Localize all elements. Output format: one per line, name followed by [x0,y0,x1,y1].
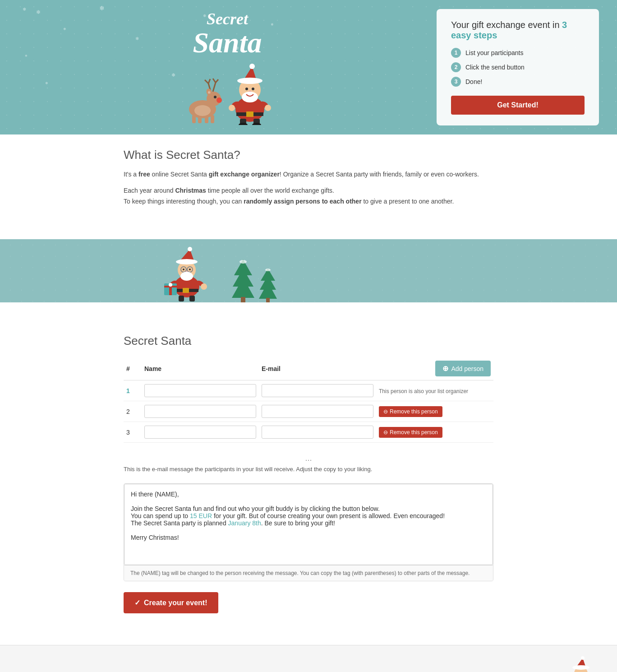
svg-point-15 [194,105,211,116]
more-dots: ... [124,451,493,466]
santa-divider [0,239,617,302]
date-link[interactable]: January 8th [228,519,261,527]
svg-line-6 [208,79,210,83]
email-line-1: Hi there (NAME), [131,491,486,498]
email-message-box: Hi there (NAME), Join the Secret Santa f… [124,484,493,565]
table-row: 3 ⊖ Remove this person [124,422,493,443]
row-3-name-cell [142,422,259,443]
row-1-name-cell [142,380,259,401]
pine-tree-left-icon [232,257,254,302]
step-1: 1 List your participants [451,48,585,58]
svg-rect-64 [241,297,245,302]
svg-point-76 [572,665,589,670]
create-event-button[interactable]: ✓ Create your event! [124,592,218,613]
row-1-email-cell [259,380,376,401]
svg-rect-18 [246,111,253,117]
get-started-button[interactable]: Get Started! [451,96,585,115]
hero-section: ❄ ❄ ❄ ❄ ❄ ❄ ❄ ❄ ❄ ❄ ❄ ❄ Secret Santa [0,0,617,134]
svg-point-46 [189,269,191,270]
svg-point-58 [169,283,172,287]
email-line-7: Merry Christmas! [131,534,486,541]
email-line-4: You can spend up to 15 EUR for your gift… [131,512,486,519]
row-2-name-cell [142,401,259,422]
svg-point-3 [214,96,216,98]
step-2-text: Click the send button [465,64,525,71]
steps-list: 1 List your participants 2 Click the sen… [451,48,585,87]
row-2-email-input[interactable] [262,405,373,418]
row-2-action-cell: ⊖ Remove this person [376,401,493,422]
svg-rect-69 [266,298,270,302]
what-is-title: What is Secret Santa? [124,148,493,162]
step-3-text: Done! [465,78,482,85]
svg-rect-50 [183,288,189,293]
row-3-email-input[interactable] [262,426,373,439]
checkmark-icon: ✓ [134,598,140,607]
step-3: 3 Done! [451,77,585,87]
table-row: 1 This person is also your list organize… [124,380,493,401]
participant-table: # Name E-mail ⊕ Add person [124,357,493,443]
step-number-2: 2 [451,62,461,72]
logo-santa: Santa [178,28,277,57]
svg-line-8 [213,79,216,83]
hero-logo: Secret Santa [178,9,277,57]
svg-point-45 [183,269,184,270]
remove-person-3-button[interactable]: ⊖ Remove this person [379,427,442,438]
hero-card-title: Your gift exchange event in 3 easy steps [451,20,585,41]
row-1-name-input[interactable] [144,384,256,397]
col-email-header: E-mail [259,357,376,380]
email-line-5: The Secret Santa party is planned Januar… [131,519,486,527]
email-line-3: Join the Secret Santa fun and find out w… [131,505,486,512]
svg-rect-60 [189,296,195,301]
svg-point-23 [237,78,262,84]
svg-point-75 [581,656,585,660]
svg-point-30 [229,105,235,111]
minus-icon-2: ⊖ [383,429,388,436]
svg-line-9 [216,79,218,83]
row-1-email-input[interactable] [262,384,373,397]
add-person-button[interactable]: ⊕ Add person [435,361,491,376]
col-number-header: # [124,357,142,380]
table-header-row: # Name E-mail ⊕ Add person [124,357,493,447]
form-content: Secret Santa # Name E-mail ⊕ Add p [106,316,511,627]
svg-rect-10 [192,115,196,123]
svg-marker-68 [259,282,277,299]
svg-rect-12 [205,115,208,123]
col-action-header: ⊕ Add person [376,357,493,380]
footer: © 2012 Intracto Have fun organizing Secr… [0,645,617,672]
svg-point-25 [252,88,254,90]
eur-link[interactable]: 15 EUR [190,512,212,519]
svg-marker-63 [232,278,254,298]
svg-rect-13 [211,115,214,123]
pine-tree-right-icon [259,266,277,302]
hero-left: Secret Santa [18,9,437,125]
email-section-label: This is the e-mail message the participa… [124,466,493,473]
footer-santa-figure [563,654,599,672]
footer-santa-icon [563,654,599,672]
what-is-section: What is Secret Santa? It's a free online… [124,148,493,207]
svg-point-27 [242,92,258,102]
email-note: The (NAME) tag will be changed to the pe… [124,565,493,581]
svg-point-40 [188,247,192,251]
svg-point-24 [245,88,248,90]
participants-container: # Name E-mail ⊕ Add person [124,357,493,466]
logo-secret: Secret [178,9,277,28]
divider-santa-icon [151,244,223,302]
table-row: 2 ⊖ Remove this person [124,401,493,422]
intro-paragraph-2: Each year around Christmas time people a… [124,185,493,207]
svg-point-22 [249,64,255,69]
svg-point-54 [201,283,207,290]
svg-line-5 [205,80,208,83]
svg-point-48 [180,272,193,281]
svg-rect-11 [198,115,202,123]
email-message-container: Hi there (NAME), Join the Secret Santa f… [124,483,493,581]
organizer-label: This person is also your list organizer [379,388,470,394]
col-name-header: Name [142,357,259,380]
row-2-name-input[interactable] [144,405,256,418]
svg-point-65 [239,260,247,264]
form-section: Secret Santa # Name E-mail ⊕ Add p [124,334,493,613]
row-1-action-cell: This person is also your list organizer [376,380,493,401]
remove-person-2-button[interactable]: ⊖ Remove this person [379,406,442,417]
svg-point-70 [265,269,271,271]
svg-line-7 [213,83,216,92]
row-3-name-input[interactable] [144,426,256,439]
